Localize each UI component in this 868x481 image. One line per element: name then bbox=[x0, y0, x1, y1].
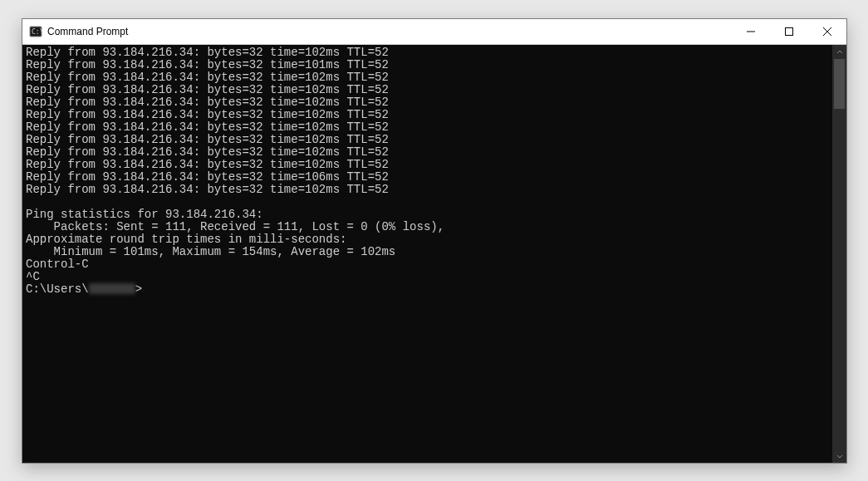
redacted-username bbox=[89, 283, 135, 294]
svg-rect-3 bbox=[786, 28, 793, 36]
maximize-button[interactable] bbox=[770, 19, 808, 44]
scroll-down-arrow-icon[interactable] bbox=[832, 449, 846, 463]
command-prompt-window: C:\ Command Prompt Reply from 93.184.216… bbox=[22, 18, 847, 464]
window-controls bbox=[732, 19, 846, 44]
svg-text:C:\: C:\ bbox=[32, 28, 42, 36]
window-title: Command Prompt bbox=[47, 26, 128, 37]
scroll-up-arrow-icon[interactable] bbox=[832, 45, 846, 59]
titlebar[interactable]: C:\ Command Prompt bbox=[22, 19, 846, 45]
title-left: C:\ Command Prompt bbox=[22, 25, 128, 38]
close-button[interactable] bbox=[808, 19, 846, 44]
minimize-button[interactable] bbox=[732, 19, 770, 44]
cmd-icon: C:\ bbox=[29, 25, 42, 38]
scroll-thumb[interactable] bbox=[834, 59, 845, 109]
client-area: Reply from 93.184.216.34: bytes=32 time=… bbox=[22, 45, 846, 463]
terminal-output[interactable]: Reply from 93.184.216.34: bytes=32 time=… bbox=[22, 45, 832, 463]
scrollbar[interactable] bbox=[832, 45, 846, 463]
